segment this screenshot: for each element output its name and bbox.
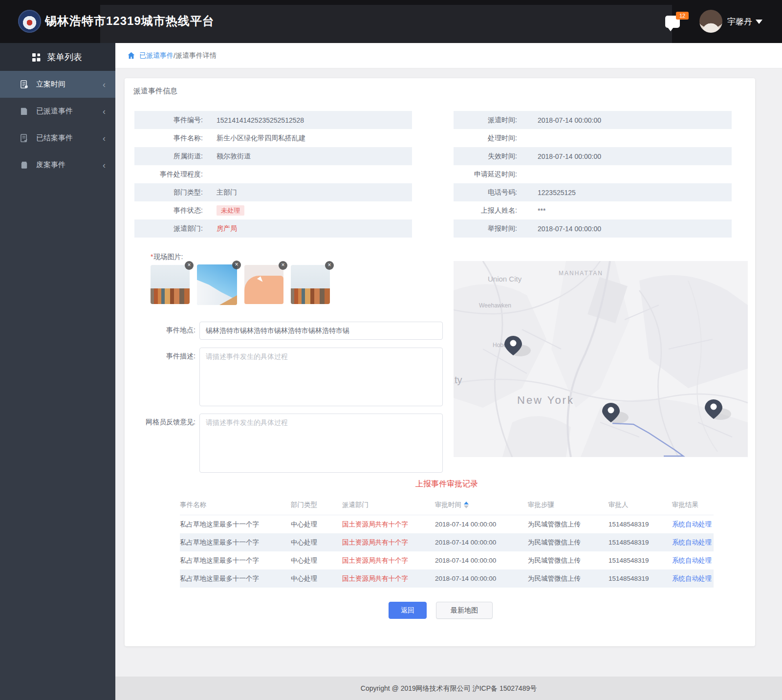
- info-row: 举报时间:2018-07-14 00:00:00: [454, 219, 732, 238]
- city-emblem-logo: [18, 10, 41, 33]
- cell-approval-result-link[interactable]: 系统自动处理: [672, 556, 714, 565]
- close-icon[interactable]: ×: [185, 261, 194, 270]
- cell-approval-result-link[interactable]: 系统自动处理: [672, 520, 714, 529]
- chevron-left-icon: ‹: [103, 161, 106, 170]
- breadcrumb-parent-link[interactable]: 已派遣事件: [139, 51, 174, 60]
- cell-dept-type: 中心处理: [291, 556, 342, 565]
- street-buildings-photo: [291, 265, 330, 304]
- required-mark: *: [151, 253, 153, 261]
- cell-approval-time: 2018-07-14 00:00:00: [435, 557, 528, 564]
- field-label: 申请延迟时间:: [454, 170, 517, 179]
- cell-approver: 15148548319: [608, 539, 672, 546]
- orange-paper-plane-photo: [244, 265, 283, 304]
- field-label: 处理时间:: [454, 134, 517, 143]
- chevron-left-icon: ‹: [103, 107, 106, 116]
- status-badge: 未处理: [217, 205, 244, 216]
- user-dropdown-caret-icon[interactable]: [756, 20, 762, 24]
- user-name[interactable]: 宇馨丹: [727, 16, 752, 27]
- grid-worker-feedback-textarea[interactable]: [199, 414, 443, 473]
- photo-thumbnail[interactable]: ×: [151, 265, 190, 304]
- field-label: 所属街道:: [134, 152, 203, 161]
- info-row: 事件状态:未处理: [134, 201, 412, 219]
- event-location-label: 事件地点:: [127, 326, 196, 335]
- event-description-textarea[interactable]: [199, 348, 443, 406]
- field-value: ***: [538, 207, 545, 215]
- field-value: 主部门: [217, 188, 237, 197]
- column-header: 部门类型: [291, 501, 342, 509]
- blue-sky-building-photo: [197, 264, 237, 305]
- cell-dispatch-dept: 国土资源局共有十个字: [342, 520, 435, 529]
- field-value: 新生小区绿化带四周私搭乱建: [217, 134, 305, 143]
- sidebar-item-label: 立案时间: [36, 80, 65, 89]
- archive-icon: [20, 160, 29, 170]
- breadcrumb: 已派遣事件 / 派遣事件详情: [115, 43, 782, 68]
- cell-approval-step: 为民城管微信上传: [528, 520, 608, 529]
- cell-event-name: 私占草地这里最多十一个字: [180, 520, 291, 529]
- field-label: 事件处理程度:: [134, 170, 203, 179]
- sidebar-item-label: 已派遣事件: [36, 107, 73, 116]
- field-label: 上报人姓名:: [454, 206, 517, 215]
- info-row: 所属街道:额尔敦街道: [134, 147, 412, 165]
- grid-menu-icon: [31, 52, 41, 62]
- photo-thumbnail[interactable]: ×: [291, 265, 330, 304]
- field-value: 房产局: [217, 224, 237, 233]
- cell-dispatch-dept: 国土资源局共有十个字: [342, 574, 435, 583]
- cell-event-name: 私占草地这里最多十一个字: [180, 574, 291, 583]
- map-pin[interactable]: [602, 403, 629, 423]
- info-row: 事件处理程度:: [134, 165, 412, 183]
- field-value: 2018-07-14 00:00:00: [538, 153, 601, 160]
- column-header: 审批人: [608, 501, 672, 509]
- cell-approval-step: 为民城管微信上传: [528, 574, 608, 583]
- map-pin[interactable]: [504, 336, 531, 356]
- field-label: 派遣时间:: [454, 116, 517, 125]
- cell-dispatch-dept: 国土资源局共有十个字: [342, 538, 435, 547]
- doc-icon: [20, 107, 29, 116]
- dispatch-event-card: 派遣事件信息 事件编号:15214141425235252512528 事件名称…: [125, 78, 755, 646]
- cell-approver: 15148548319: [608, 575, 672, 582]
- field-value: 2018-07-14 00:00:00: [538, 116, 601, 124]
- approval-table-header: 事件名称 部门类型 派遣部门 审批时间 审批步骤 审批人 审批结果: [180, 495, 714, 515]
- status-badge-wrap: 未处理: [217, 206, 244, 215]
- location-map[interactable]: Union City Weehawken MANHATTAN Hoboken N…: [454, 261, 748, 457]
- card-title: 派遣事件信息: [133, 87, 177, 96]
- close-icon[interactable]: ×: [279, 261, 287, 270]
- latest-map-button[interactable]: 最新地图: [436, 602, 493, 619]
- field-value: 2018-07-14 00:00:00: [538, 225, 601, 233]
- cell-approval-step: 为民城管微信上传: [528, 556, 608, 565]
- info-row: 派遣部门:房产局: [134, 219, 412, 238]
- sidebar-item-closed-events[interactable]: 已结案事件 ‹: [0, 125, 115, 152]
- home-icon[interactable]: [127, 51, 135, 60]
- chevron-left-icon: ‹: [103, 134, 106, 143]
- back-button[interactable]: 返回: [389, 602, 427, 619]
- approval-records-title: 上报事件审批记录: [180, 479, 714, 489]
- column-header: 审批结果: [672, 501, 714, 509]
- sidebar-item-case-filing-time[interactable]: 立案时间 ‹: [0, 71, 115, 98]
- field-label: 举报时间:: [454, 224, 517, 233]
- cell-dept-type: 中心处理: [291, 574, 342, 583]
- field-label: 部门类型:: [134, 188, 203, 197]
- info-column-left: 事件编号:15214141425235252512528 事件名称:新生小区绿化…: [134, 111, 412, 238]
- cell-approval-result-link[interactable]: 系统自动处理: [672, 574, 714, 583]
- sidebar-item-label: 已结案事件: [36, 133, 73, 143]
- photo-thumbnail[interactable]: ×: [197, 264, 237, 305]
- grid-worker-feedback-label: 网格员反馈意见:: [127, 418, 196, 427]
- cell-approval-result-link[interactable]: 系统自动处理: [672, 538, 714, 547]
- column-header: 审批步骤: [528, 501, 608, 509]
- doc-edit-icon: [20, 80, 29, 89]
- map-pin[interactable]: [705, 399, 731, 420]
- user-avatar[interactable]: [699, 10, 722, 33]
- field-label: 事件名称:: [134, 134, 203, 143]
- sidebar-item-discarded-events[interactable]: 废案事件 ‹: [0, 152, 115, 178]
- photo-thumbnail[interactable]: ×: [244, 265, 283, 304]
- close-icon[interactable]: ×: [232, 261, 241, 269]
- sort-icon[interactable]: [464, 502, 469, 508]
- column-header-sortable[interactable]: 审批时间: [435, 501, 528, 509]
- close-icon[interactable]: ×: [325, 261, 334, 270]
- cell-approver: 15148548319: [608, 557, 672, 564]
- cell-event-name: 私占草地这里最多十一个字: [180, 538, 291, 547]
- sidebar-item-dispatched-events[interactable]: 已派遣事件 ‹: [0, 98, 115, 125]
- doc-check-icon: [20, 133, 29, 143]
- scene-photos-label: *现场图片:: [151, 253, 183, 262]
- table-row: 私占草地这里最多十一个字 中心处理 国土资源局共有十个字 2018-07-14 …: [180, 569, 714, 588]
- event-location-input[interactable]: [199, 322, 443, 340]
